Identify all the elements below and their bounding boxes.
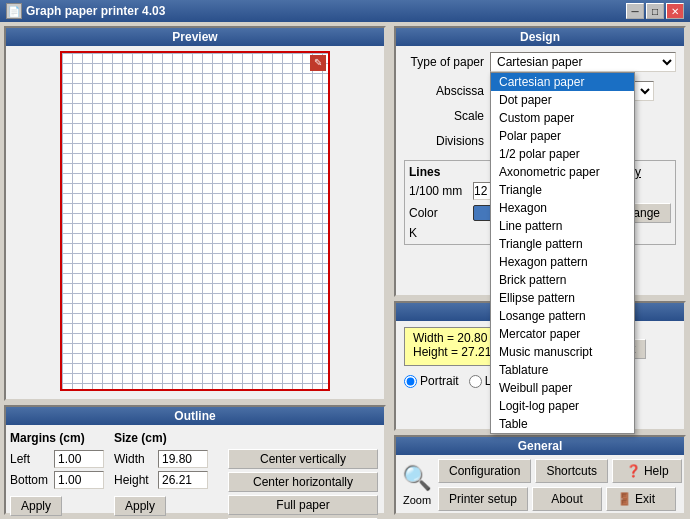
width-label: Width	[114, 452, 154, 466]
dropdown-item-dot[interactable]: Dot paper	[491, 91, 634, 109]
dropdown-item-music[interactable]: Music manuscript	[491, 343, 634, 361]
maximize-button[interactable]: □	[646, 3, 664, 19]
height-label: Height	[114, 473, 154, 487]
shortcuts-button[interactable]: Shortcuts	[535, 459, 608, 483]
color-label: Color	[409, 206, 469, 220]
height-input[interactable]	[158, 471, 208, 489]
design-section: Design Type of paper Cartesian paper Car…	[394, 26, 686, 297]
zoom-label: Zoom	[403, 494, 431, 506]
dropdown-item-brick[interactable]: Brick pattern	[491, 271, 634, 289]
dropdown-item-ellipse[interactable]: Ellipse pattern	[491, 289, 634, 307]
title-bar: 📄 Graph paper printer 4.03 ─ □ ✕	[0, 0, 690, 22]
dropdown-item-polar[interactable]: Polar paper	[491, 127, 634, 145]
outline-section: Outline Margins (cm) Left Bottom Apply	[4, 405, 386, 515]
center-vertically-button[interactable]: Center vertically	[228, 449, 378, 469]
dropdown-item-triangle[interactable]: Triangle	[491, 181, 634, 199]
exit-button[interactable]: 🚪 Exit	[606, 487, 676, 511]
dropdown-item-table[interactable]: Table	[491, 415, 634, 433]
full-paper-button[interactable]: Full paper	[228, 495, 378, 515]
size-apply-button[interactable]: Apply	[114, 496, 166, 516]
portrait-radio[interactable]	[404, 375, 417, 388]
close-button[interactable]: ✕	[666, 3, 684, 19]
printer-setup-button[interactable]: Printer setup	[438, 487, 528, 511]
grid	[62, 53, 328, 389]
left-label: Left	[10, 452, 50, 466]
dropdown-item-half-polar[interactable]: 1/2 polar paper	[491, 145, 634, 163]
preview-section: Preview ✎	[4, 26, 386, 401]
lines-title: Lines	[409, 165, 440, 179]
dropdown-item-losange[interactable]: Losange pattern	[491, 307, 634, 325]
dropdown-item-axonometric[interactable]: Axonometric paper	[491, 163, 634, 181]
minimize-button[interactable]: ─	[626, 3, 644, 19]
margins-label: Margins (cm)	[10, 431, 104, 445]
configuration-button[interactable]: Configuration	[438, 459, 531, 483]
edit-icon[interactable]: ✎	[310, 55, 326, 71]
app-icon: 📄	[6, 3, 22, 19]
about-button[interactable]: About	[532, 487, 602, 511]
dropdown-item-hexagon[interactable]: Hexagon	[491, 199, 634, 217]
help-button[interactable]: ❓ Help	[612, 459, 682, 483]
per100mm-label: 1/100 mm	[409, 184, 469, 198]
bottom-label: Bottom	[10, 473, 50, 487]
preview-paper: ✎	[60, 51, 330, 391]
dropdown-item-logit[interactable]: Logit-log paper	[491, 397, 634, 415]
outline-title: Outline	[6, 407, 384, 425]
zoom-icon: 🔍	[402, 464, 432, 492]
dropdown-item-tablature[interactable]: Tablature	[491, 361, 634, 379]
margins-apply-button[interactable]: Apply	[10, 496, 62, 516]
exit-icon: 🚪	[617, 492, 632, 506]
landscape-radio[interactable]	[469, 375, 482, 388]
dropdown-item-line-pattern[interactable]: Line pattern	[491, 217, 634, 235]
help-icon: ❓	[626, 464, 641, 478]
general-title: General	[396, 437, 684, 455]
divisions-label: Divisions	[404, 134, 484, 148]
width-input[interactable]	[158, 450, 208, 468]
app-title: Graph paper printer 4.03	[26, 4, 165, 18]
paper-type-dropdown[interactable]: Cartesian paper Dot paper Custom paper P…	[490, 72, 635, 434]
dropdown-item-custom[interactable]: Custom paper	[491, 109, 634, 127]
dropdown-item-hexagon-pattern[interactable]: Hexagon pattern	[491, 253, 634, 271]
dropdown-item-weibull[interactable]: Weibull paper	[491, 379, 634, 397]
zoom-area[interactable]: 🔍 Zoom	[402, 464, 432, 506]
dropdown-item-mercator[interactable]: Mercator paper	[491, 325, 634, 343]
center-horizontally-button[interactable]: Center horizontally	[228, 472, 378, 492]
general-section: General 🔍 Zoom Configuration Shortcuts ❓…	[394, 435, 686, 515]
portrait-radio-label[interactable]: Portrait	[404, 374, 459, 388]
dropdown-item-triangle-pattern[interactable]: Triangle pattern	[491, 235, 634, 253]
paper-type-select[interactable]: Cartesian paper	[490, 52, 676, 72]
size-label: Size (cm)	[114, 431, 208, 445]
design-title: Design	[396, 28, 684, 46]
abscissa-label: Abscissa	[404, 84, 484, 98]
type-label: Type of paper	[404, 55, 484, 69]
bottom-input[interactable]	[54, 471, 104, 489]
dropdown-item-cartesian[interactable]: Cartesian paper	[491, 73, 634, 91]
left-input[interactable]	[54, 450, 104, 468]
preview-title: Preview	[6, 28, 384, 46]
k-label: K	[409, 226, 439, 240]
scale-label: Scale	[404, 109, 484, 123]
